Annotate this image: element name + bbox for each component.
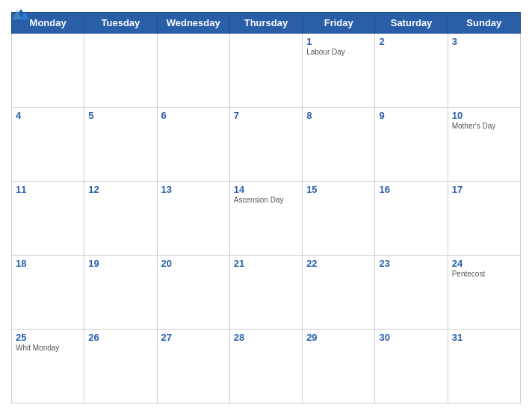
day-number: 22 [306,258,371,269]
day-number: 28 [234,332,298,343]
calendar-cell: 7 [229,108,302,182]
weekday-header-tuesday: Tuesday [84,13,157,34]
calendar-table: MondayTuesdayWednesdayThursdayFridaySatu… [11,12,521,404]
day-number: 13 [161,184,226,195]
day-number: 3 [452,36,516,47]
day-number: 8 [306,110,371,121]
calendar-cell: 9 [375,108,448,182]
calendar-cell: 17 [448,182,520,256]
calendar-week-row: 45678910Mother's Day [12,108,521,182]
day-number: 15 [306,184,371,195]
calendar-week-row: 25Whit Monday262728293031 [12,330,521,404]
day-number: 18 [16,258,80,269]
calendar-cell: 2 [375,34,448,108]
calendar-cell: 20 [157,256,229,330]
day-number: 2 [379,36,443,47]
calendar-cell: 15 [303,182,375,256]
weekday-header-friday: Friday [303,13,375,34]
weekday-header-thursday: Thursday [229,13,302,34]
weekday-header-sunday: Sunday [448,13,520,34]
calendar-cell: 4 [12,108,84,182]
calendar-cell [229,34,302,108]
day-number: 7 [234,110,298,121]
day-number: 29 [306,332,371,343]
day-number: 30 [379,332,443,343]
day-number: 16 [379,184,443,195]
calendar-cell: 5 [84,108,157,182]
calendar-cell: 12 [84,182,157,256]
day-number: 1 [306,36,371,47]
calendar-cell: 21 [229,256,302,330]
calendar-cell: 14Ascension Day [229,182,302,256]
logo-mountain-icon [13,7,29,21]
day-number: 26 [88,332,152,343]
calendar-week-row: 18192021222324Pentecost [12,256,521,330]
day-number: 31 [452,332,516,343]
calendar-cell: 1Labour Day [303,34,375,108]
calendar-cell: 31 [448,330,520,404]
calendar-cell: 18 [12,256,84,330]
calendar-cell: 8 [303,108,375,182]
day-number: 20 [161,258,226,269]
calendar-cell: 13 [157,182,229,256]
calendar-cell: 19 [84,256,157,330]
day-number: 4 [16,110,80,121]
calendar-cell: 28 [229,330,302,404]
calendar-cell: 30 [375,330,448,404]
holiday-name: Whit Monday [16,344,80,353]
calendar-cell: 29 [303,330,375,404]
day-number: 23 [379,258,443,269]
calendar-cell: 10Mother's Day [448,108,520,182]
day-number: 24 [452,258,516,269]
day-number: 6 [161,110,226,121]
day-number: 21 [234,258,298,269]
calendar-cell: 26 [84,330,157,404]
calendar-cell: 27 [157,330,229,404]
weekday-header-wednesday: Wednesday [157,13,229,34]
day-number: 14 [234,184,298,195]
calendar-cell: 24Pentecost [448,256,520,330]
calendar-cell: 25Whit Monday [12,330,84,404]
day-number: 10 [452,110,516,121]
calendar-cell [157,34,229,108]
day-number: 27 [161,332,226,343]
weekday-header-row: MondayTuesdayWednesdayThursdayFridaySatu… [12,13,521,34]
calendar-cell: 6 [157,108,229,182]
day-number: 9 [379,110,443,121]
calendar-cell: 23 [375,256,448,330]
calendar-week-row: 1Labour Day23 [12,34,521,108]
calendar-cell [84,34,157,108]
day-number: 19 [88,258,152,269]
calendar-cell: 16 [375,182,448,256]
calendar-cell [12,34,84,108]
logo [11,7,29,21]
holiday-name: Ascension Day [234,196,298,205]
day-number: 11 [16,184,80,195]
calendar-cell: 11 [12,182,84,256]
day-number: 17 [452,184,516,195]
holiday-name: Mother's Day [452,122,516,131]
day-number: 12 [88,184,152,195]
calendar-cell: 3 [448,34,520,108]
calendar-week-row: 11121314Ascension Day151617 [12,182,521,256]
weekday-header-saturday: Saturday [375,13,448,34]
holiday-name: Labour Day [306,48,371,57]
day-number: 5 [88,110,152,121]
calendar-cell: 22 [303,256,375,330]
holiday-name: Pentecost [452,270,516,279]
day-number: 25 [16,332,80,343]
